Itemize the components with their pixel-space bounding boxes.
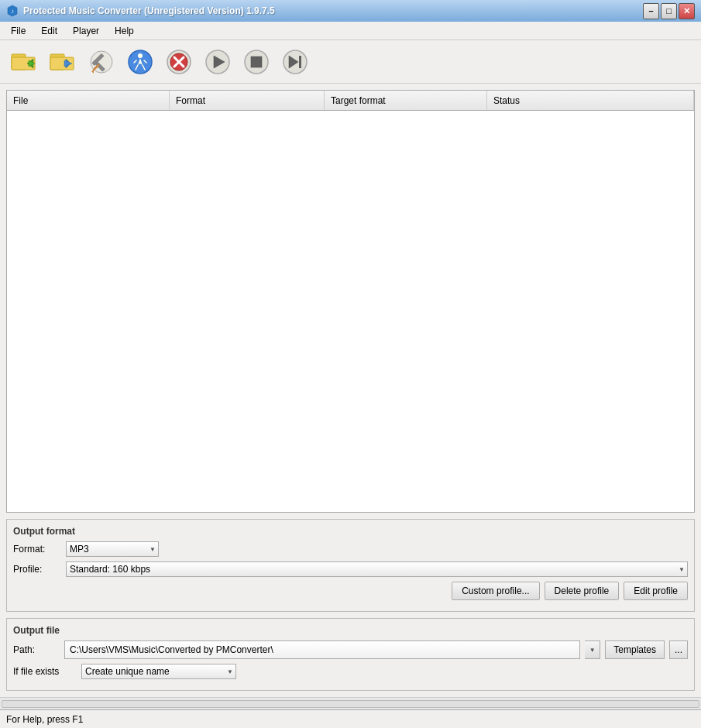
if-exists-select[interactable]: Create unique name Overwrite Skip [81,664,236,679]
play-button[interactable] [200,44,235,80]
statusbar-text: For Help, press F1 [6,714,83,725]
output-format-section: Output format Format: MP3 WAV OGG FLAC A… [6,519,695,612]
profile-buttons: Custom profile... Delete profile Edit pr… [13,582,688,600]
if-exists-label: If file exists [13,666,75,677]
statusbar: For Help, press F1 [0,709,701,728]
close-button[interactable]: ✕ [679,3,695,19]
path-input[interactable] [64,640,580,659]
stop-button[interactable] [239,44,274,80]
add-files-button[interactable] [45,44,81,80]
col-header-target: Target format [325,91,487,110]
delete-profile-button[interactable]: Delete profile [545,582,620,600]
browse-button[interactable]: ... [669,640,688,659]
horizontal-scrollbar[interactable] [0,697,701,709]
menu-edit[interactable]: Edit [33,24,65,38]
col-header-status: Status [487,91,694,110]
stop-icon [242,48,270,76]
profile-select[interactable]: Standard: 160 kbps High: 320 kbps Low: 1… [66,561,688,577]
profile-label: Profile: [13,564,60,575]
profile-row: Profile: Standard: 160 kbps High: 320 kb… [13,561,688,577]
app-icon: ♪ [6,5,19,17]
custom-profile-button[interactable]: Custom profile... [452,582,539,600]
file-list-body[interactable] [7,111,694,512]
scrollbar-track[interactable] [2,700,699,708]
format-select-wrapper[interactable]: MP3 WAV OGG FLAC AAC WMA [66,541,159,557]
minimize-button[interactable]: – [643,3,659,19]
edit-profile-button[interactable]: Edit profile [624,582,688,600]
svg-text:♪: ♪ [11,8,14,15]
convert-icon [126,48,154,76]
col-header-format: Format [170,91,325,110]
col-header-file: File [7,91,170,110]
profile-select-wrapper[interactable]: Standard: 160 kbps High: 320 kbps Low: 1… [66,561,688,577]
svg-rect-25 [299,56,301,68]
cancel-icon [165,48,193,76]
svg-rect-22 [251,57,262,67]
path-label: Path: [13,644,60,655]
titlebar-title: Protected Music Converter (Unregistered … [23,5,275,16]
skip-icon [281,48,309,76]
titlebar: ♪ Protected Music Converter (Unregistere… [0,0,701,22]
path-dropdown-arrow[interactable]: ▼ [585,640,600,659]
file-list[interactable]: File Format Target format Status [6,90,695,513]
titlebar-controls: – □ ✕ [643,3,695,19]
convert-button[interactable] [122,44,158,80]
format-row: Format: MP3 WAV OGG FLAC AAC WMA [13,541,688,557]
output-format-title: Output format [13,526,688,537]
main-area: File Format Target format Status Output … [0,84,701,697]
svg-point-14 [138,53,143,58]
skip-button[interactable] [277,44,313,80]
play-icon [204,48,232,76]
format-label: Format: [13,544,60,555]
add-files-icon [49,48,77,76]
output-file-title: Output file [13,625,688,636]
templates-button[interactable]: Templates [605,640,665,659]
remove-icon [88,48,115,76]
menu-player[interactable]: Player [65,24,107,38]
format-select[interactable]: MP3 WAV OGG FLAC AAC WMA [66,541,159,557]
add-folder-button[interactable] [6,44,42,80]
cancel-button[interactable] [161,44,197,80]
if-exists-row: If file exists Create unique name Overwr… [13,664,688,679]
menu-file[interactable]: File [3,24,33,38]
menubar: File Edit Player Help [0,22,701,40]
add-folder-icon [10,48,38,76]
path-row: Path: ▼ Templates ... [13,640,688,659]
svg-marker-12 [91,70,94,74]
titlebar-left: ♪ Protected Music Converter (Unregistere… [6,5,275,17]
file-list-header: File Format Target format Status [7,91,694,111]
remove-button[interactable] [84,44,119,80]
maximize-button[interactable]: □ [661,3,677,19]
toolbar [0,40,701,84]
if-exists-select-wrapper[interactable]: Create unique name Overwrite Skip [81,664,236,679]
output-file-section: Output file Path: ▼ Templates ... If fil… [6,618,695,691]
menu-help[interactable]: Help [107,24,142,38]
